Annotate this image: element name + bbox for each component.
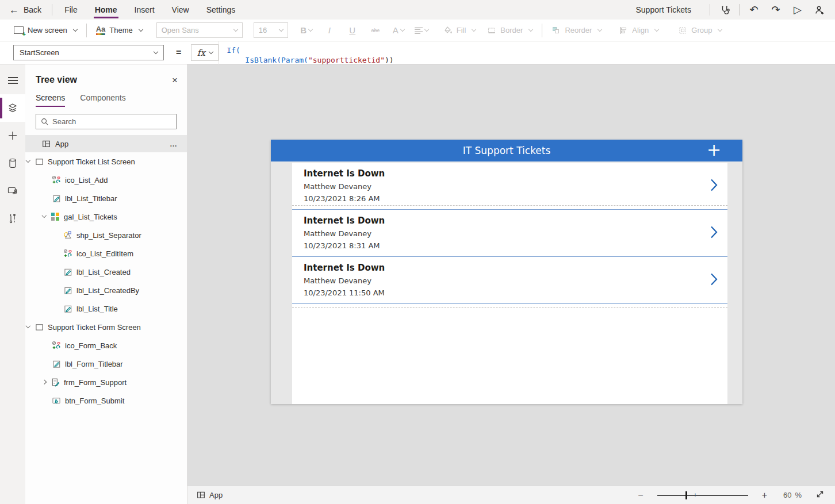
- italic-button[interactable]: I: [318, 20, 341, 41]
- tree-node-lbl_List_Titlebar[interactable]: lbl_List_Titlebar: [25, 189, 187, 207]
- formula-bar: StartScreen = fx If( IsBlank(Param("supp…: [0, 41, 835, 64]
- tree-node-app[interactable]: App …: [25, 135, 187, 152]
- menu-insert[interactable]: Insert: [126, 0, 163, 20]
- tree-node-gal_List_Tickets[interactable]: gal_List_Tickets: [25, 207, 187, 226]
- redo-icon[interactable]: ↷: [765, 0, 787, 20]
- powerapps-studio-window: ← Back File Home Insert View Settings Su…: [0, 0, 835, 504]
- chevron-down-icon[interactable]: [41, 215, 51, 218]
- new-screen-button[interactable]: New screen: [8, 20, 83, 41]
- tree-node-Support Ticket Form Screen[interactable]: Support Ticket Form Screen: [25, 318, 187, 336]
- align-objects-button[interactable]: Align: [613, 20, 664, 41]
- tab-components[interactable]: Components: [80, 93, 125, 107]
- formula-line1: If(: [227, 46, 240, 55]
- tree-view-title: Tree view: [36, 75, 77, 85]
- menu-view[interactable]: View: [163, 0, 198, 20]
- group-button[interactable]: Group: [672, 20, 727, 41]
- shape-icon: [63, 230, 72, 240]
- ticket-chevron-right-icon[interactable]: [710, 225, 718, 241]
- tree-node-frm_Form_Support[interactable]: frm_Form_Support: [25, 373, 187, 391]
- tree-node-lbl_Form_Titlebar[interactable]: lbl_Form_Titlebar: [25, 355, 187, 373]
- back-button[interactable]: ← Back: [9, 5, 48, 15]
- tree-node-list: Support Ticket List Screenico_List_Addlb…: [25, 152, 187, 410]
- tree-node-shp_List_Separator[interactable]: shp_List_Separator: [25, 226, 187, 244]
- tree-node-lbl_List_Created[interactable]: lbl_List_Created: [25, 263, 187, 281]
- tree-node-ico_List_EditItem[interactable]: ico_List_EditItem: [25, 244, 187, 263]
- preview-play-icon[interactable]: ▷: [787, 0, 809, 20]
- chevron-down-icon: [138, 26, 143, 31]
- chevron-down-icon[interactable]: [25, 160, 35, 163]
- font-family-dropdown[interactable]: Open Sans: [156, 22, 243, 38]
- tree-node-Support Ticket List Screen[interactable]: Support Ticket List Screen: [25, 152, 187, 171]
- property-dropdown[interactable]: StartScreen: [13, 45, 164, 60]
- gallery-icon: [51, 212, 60, 221]
- ticket-row[interactable]: Internet Is DownMatthew Devaney10/23/202…: [292, 210, 727, 257]
- tab-screens[interactable]: Screens: [36, 93, 65, 107]
- zoom-in-button[interactable]: +: [756, 490, 773, 501]
- tree-node-ico_Form_Back[interactable]: ico_Form_Back: [25, 336, 187, 355]
- menu-settings[interactable]: Settings: [198, 0, 244, 20]
- rail-tree-view-icon[interactable]: [0, 94, 25, 122]
- fit-to-window-icon[interactable]: [815, 490, 825, 501]
- ticket-chevron-right-icon[interactable]: [710, 178, 718, 194]
- ticket-row[interactable]: Internet Is DownMatthew Devaney10/23/202…: [292, 257, 727, 304]
- app-screen[interactable]: IT Support Tickets + Internet Is DownMat…: [271, 140, 742, 404]
- close-icon[interactable]: ×: [172, 75, 178, 85]
- bold-button[interactable]: B: [295, 20, 318, 41]
- ticket-created-date: 10/23/2021 11:50 AM: [304, 287, 727, 298]
- zoom-slider[interactable]: +: [657, 495, 748, 496]
- label-icon: [52, 194, 61, 203]
- fx-dropdown[interactable]: fx: [191, 44, 219, 61]
- tree-node-label: App: [55, 140, 68, 148]
- menu-home[interactable]: Home: [86, 0, 126, 20]
- font-color-button[interactable]: A: [387, 20, 410, 41]
- rail-advanced-tools-icon[interactable]: [0, 205, 25, 232]
- statusbar-app-selector[interactable]: App: [197, 491, 223, 499]
- tree-view-panel: Tree view × Screens Components App … Sup…: [25, 64, 187, 504]
- more-icon[interactable]: …: [170, 140, 178, 148]
- tree-node-label: ico_List_Add: [65, 176, 108, 184]
- text-align-button[interactable]: [410, 20, 433, 41]
- strikethrough-button[interactable]: abc: [364, 20, 387, 41]
- tree-node-label: lbl_List_Titlebar: [65, 194, 117, 203]
- fill-bucket-icon: [443, 26, 453, 35]
- chevron-down-icon: [154, 49, 158, 53]
- icon-control-icon: [63, 249, 72, 258]
- ticket-chevron-right-icon[interactable]: [710, 272, 718, 288]
- tree-node-lbl_List_CreatedBy[interactable]: lbl_List_CreatedBy: [25, 281, 187, 299]
- font-size-dropdown[interactable]: 16: [254, 22, 288, 38]
- rail-media-icon[interactable]: [0, 177, 25, 205]
- tree-node-btn_Form_Submit[interactable]: btn_Form_Submit: [25, 391, 187, 410]
- zoom-slider-handle[interactable]: [685, 491, 687, 499]
- border-button[interactable]: Border: [481, 20, 538, 41]
- undo-icon[interactable]: ↶: [743, 0, 765, 20]
- underline-button[interactable]: U: [341, 20, 364, 41]
- share-person-icon[interactable]: [809, 0, 830, 20]
- border-label: Border: [500, 26, 523, 34]
- search-input[interactable]: [52, 117, 171, 126]
- app-checker-icon[interactable]: [714, 0, 736, 20]
- reorder-icon: [551, 26, 561, 35]
- tree-node-ico_List_Add[interactable]: ico_List_Add: [25, 171, 187, 189]
- chevron-down-icon: [308, 26, 313, 31]
- zoom-out-button[interactable]: −: [632, 490, 649, 501]
- theme-button[interactable]: Aa Theme: [90, 20, 148, 41]
- chevron-right-icon[interactable]: [41, 380, 51, 384]
- reorder-button[interactable]: Reorder: [546, 20, 607, 41]
- equals-sign: =: [176, 48, 181, 58]
- fill-button[interactable]: Fill: [438, 20, 482, 41]
- tree-node-lbl_List_Title[interactable]: lbl_List_Title: [25, 299, 187, 318]
- new-screen-label: New screen: [28, 26, 67, 34]
- chevron-down-icon[interactable]: [25, 325, 35, 329]
- rail-data-icon[interactable]: [0, 149, 25, 177]
- chevron-down-icon: [472, 26, 476, 31]
- theme-aa-icon: Aa: [96, 25, 106, 35]
- formula-input[interactable]: If( IsBlank(Param("supportticketid")): [219, 41, 835, 64]
- rail-hamburger-icon[interactable]: [0, 67, 25, 94]
- formula-token: Param(: [281, 56, 308, 64]
- align-objects-icon: [619, 26, 628, 35]
- rail-insert-icon[interactable]: [0, 122, 25, 149]
- add-ticket-plus-icon[interactable]: +: [707, 144, 721, 157]
- chevron-down-icon: [400, 26, 404, 31]
- menu-file[interactable]: File: [56, 0, 86, 20]
- ticket-row[interactable]: Internet Is DownMatthew Devaney10/23/202…: [292, 163, 727, 210]
